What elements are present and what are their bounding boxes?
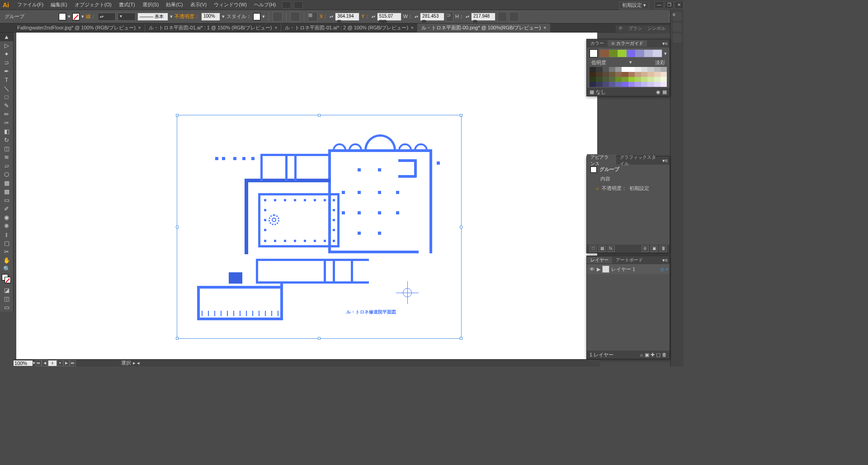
recolor-icon[interactable] (273, 12, 283, 22)
brush-panel-tabs[interactable]: チ ブラシ シンボル (616, 25, 670, 33)
panel-tab-layers[interactable]: レイヤー (587, 257, 612, 263)
free-transform-tool[interactable]: ▱ (0, 161, 13, 170)
pencil-tool[interactable]: ✏ (0, 110, 13, 119)
blend-tool[interactable]: ◉ (0, 213, 13, 222)
panel-tab-graphicstyles[interactable]: グラフィックスタイル (616, 154, 660, 167)
resize-handle[interactable] (460, 337, 462, 340)
fill-swatch[interactable] (59, 13, 66, 20)
layer-name[interactable]: レイヤー 1 (611, 266, 635, 273)
stroke-profile-input[interactable]: ▾ (118, 13, 136, 21)
align-icon[interactable] (290, 12, 300, 22)
artboard-dropdown[interactable]: ▾ (57, 360, 63, 366)
panel-tab[interactable]: ブラシ (626, 25, 645, 33)
opacity-row-label[interactable]: 不透明度： (602, 185, 627, 192)
slice-tool[interactable]: ✂ (0, 247, 13, 256)
graphic-style-swatch[interactable] (253, 13, 260, 20)
document-tab[interactable]: ル・トロネ平面図-01.ai* : 1 @ 150% (RGB/プレビュー)× (145, 24, 282, 32)
menu-object[interactable]: オブジェクト(O) (71, 1, 115, 8)
transform-ref-icon[interactable]: ⊞ (308, 12, 318, 22)
selection-tool[interactable]: ▲ (0, 33, 13, 41)
resize-handle[interactable] (176, 226, 179, 228)
resize-handle[interactable] (460, 226, 462, 228)
lasso-tool[interactable]: ⊃ (0, 58, 13, 67)
base-color-swatch[interactable] (590, 49, 598, 57)
mesh-tool[interactable]: ▩ (0, 187, 13, 196)
direct-selection-tool[interactable]: ▷ (0, 41, 13, 50)
tab-close-icon[interactable]: × (411, 25, 414, 30)
artboard-tool[interactable]: ▢ (0, 239, 13, 247)
rotate-tool[interactable]: ↻ (0, 136, 13, 144)
zoom-input[interactable]: 100% (14, 361, 33, 366)
panel-icon[interactable] (673, 33, 682, 43)
color-wells[interactable] (0, 273, 13, 286)
document-tab[interactable]: ル・トロネ平面図-01.ai* : 2 @ 100% (RGB/プレビュー)× (281, 24, 418, 32)
tab-close-icon[interactable]: × (543, 25, 546, 30)
panel-tab-color[interactable]: カラー (587, 40, 608, 47)
stroke-swatch[interactable] (72, 13, 80, 20)
prev-artboard-button[interactable]: ◀ (42, 360, 48, 366)
swatch-library-icon[interactable]: ▦ (590, 89, 594, 95)
line-tool[interactable]: ＼ (0, 84, 13, 93)
column-graph-tool[interactable]: ⫿ (0, 230, 13, 239)
delete-layer-icon[interactable]: 🗑 (662, 352, 667, 358)
panel-tab[interactable]: シンボル (645, 25, 668, 33)
save-group-icon[interactable]: ▦ (662, 89, 667, 95)
new-fill-icon[interactable]: ▦ (599, 246, 606, 252)
type-tool[interactable]: T (0, 76, 13, 84)
menu-file[interactable]: ファイル(F) (14, 1, 47, 8)
delete-icon[interactable]: 🗑 (660, 246, 667, 252)
maximize-button[interactable]: ❐ (665, 1, 674, 9)
duplicate-icon[interactable]: ▣ (651, 246, 658, 252)
x-input[interactable]: 364.194 m (335, 13, 359, 21)
menu-window[interactable]: ウィンドウ(W) (210, 1, 250, 8)
visibility-toggle-icon[interactable]: 👁 (589, 266, 595, 272)
color-mode-icon[interactable]: ◪ (0, 286, 13, 294)
arrange-icon[interactable] (294, 1, 303, 9)
resize-handle[interactable] (318, 114, 321, 117)
stroke-style-input[interactable]: ――― 基本 (137, 13, 168, 21)
opacity-row-value[interactable]: 初期設定 (629, 185, 649, 192)
eraser-tool[interactable]: ◧ (0, 127, 13, 136)
hand-tool[interactable]: ✋ (0, 256, 13, 265)
panel-icon[interactable] (673, 23, 682, 32)
menu-select[interactable]: 選択(S) (139, 1, 163, 8)
make-clip-icon[interactable]: ▣ (645, 352, 649, 358)
perspective-tool[interactable]: ▦ (0, 179, 13, 187)
blob-brush-tool[interactable]: ✑ (0, 119, 13, 127)
resize-handle[interactable] (460, 114, 462, 117)
close-window-button[interactable]: ✕ (675, 1, 684, 9)
stroke-weight-input[interactable]: ▴▾ (98, 13, 116, 21)
opacity-input[interactable]: 100% (201, 13, 220, 21)
clear-icon[interactable]: ⊘ (642, 246, 649, 252)
menu-edit[interactable]: 編集(E) (47, 1, 71, 8)
panel-tab[interactable]: チ (616, 25, 626, 33)
scale-tool[interactable]: ◫ (0, 144, 13, 153)
h-input[interactable]: 217.948 m (471, 13, 495, 21)
layer-row[interactable]: 👁 ▶ レイヤー 1 ◎ ▪ (587, 264, 670, 274)
transform-panel-icon[interactable] (509, 12, 519, 22)
first-artboard-button[interactable]: ⏮ (35, 360, 42, 366)
resize-handle[interactable] (318, 337, 321, 340)
magic-wand-tool[interactable]: ✦ (0, 50, 13, 58)
panel-menu-icon[interactable]: ▾≡ (660, 41, 670, 47)
y-input[interactable]: 515.07 mm (377, 13, 401, 21)
menu-format[interactable]: 書式(T) (115, 1, 139, 8)
floorplan-artwork[interactable]: ル・トロネ修道院平面図 (197, 132, 441, 322)
panel-menu-icon[interactable]: ▾≡ (660, 158, 670, 164)
zoom-tool[interactable]: 🔍 (0, 265, 13, 273)
document-tab[interactable]: Fallingwater2ndFloor.jpg* @ 100% (RGB/プレ… (14, 24, 145, 32)
draw-mode-icon[interactable]: ◫ (0, 294, 13, 303)
document-tab[interactable]: ル・トロネ平面図-00.png* @ 100%(RGB/プレビュー)× (418, 24, 550, 32)
color-variation-grid[interactable] (587, 66, 670, 88)
expand-toggle-icon[interactable]: ▶ (597, 266, 600, 272)
shape-mode-icon[interactable] (497, 12, 507, 22)
layout-icon[interactable] (282, 1, 291, 9)
add-effect-icon[interactable]: fx. (608, 246, 615, 252)
panel-menu-icon[interactable]: ▾≡ (660, 257, 670, 263)
locate-icon[interactable]: ⌕ (640, 352, 643, 358)
minimize-button[interactable]: — (655, 1, 664, 9)
artboard-number-input[interactable]: 1 (48, 360, 57, 366)
screen-mode-icon[interactable]: ▭ (0, 303, 13, 312)
width-tool[interactable]: ≋ (0, 153, 13, 161)
target-indicator-icon[interactable]: ◎ ▪ (660, 266, 668, 272)
